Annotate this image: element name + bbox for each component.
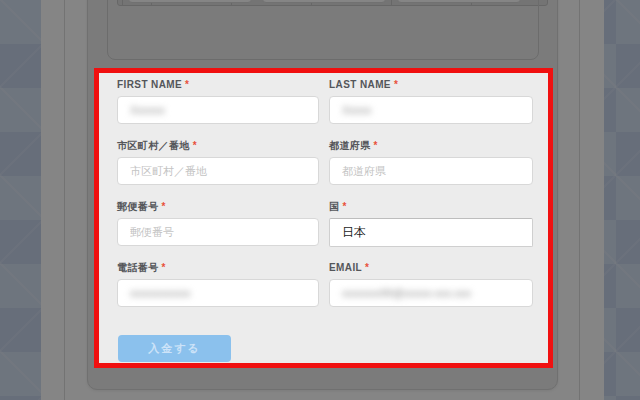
phone-label: 電話番号* <box>117 262 319 274</box>
city-street-input[interactable] <box>117 157 319 185</box>
screenshot-stage: FIRST NAME* Xxxxxx LAST NAME* Xxxxx 市区町村… <box>0 0 640 400</box>
city-street-label: 市区町村／番地* <box>117 140 319 152</box>
email-label: EMAIL* <box>329 262 533 274</box>
email-field[interactable]: xxxxxxx99@xxxxx-xxx.xxx <box>329 279 533 307</box>
last-name-label-text: LAST NAME <box>329 79 391 90</box>
required-asterisk: * <box>374 140 378 151</box>
email-redacted-value: xxxxxxx99@xxxxx-xxx.xxx <box>342 287 471 299</box>
prefecture-input[interactable] <box>329 157 533 185</box>
year-input[interactable] <box>262 0 386 3</box>
country-label-text: 国 <box>329 201 339 212</box>
city-street-label-text: 市区町村／番地 <box>117 140 190 151</box>
last-name-label: LAST NAME* <box>329 79 533 91</box>
last-name-redacted-value: Xxxxx <box>342 104 371 116</box>
phone-redacted-value: xxxxxxxxxxx <box>130 287 191 299</box>
required-asterisk: * <box>342 201 346 212</box>
required-asterisk: * <box>394 79 398 90</box>
month-input[interactable] <box>128 0 252 3</box>
email-label-text: EMAIL <box>329 262 362 273</box>
country-select[interactable]: 日本 <box>329 218 533 247</box>
cvv-input[interactable] <box>397 0 521 3</box>
country-selected-value: 日本 <box>342 224 366 241</box>
prefecture-label-text: 都道府県 <box>329 140 371 151</box>
postal-code-label-text: 郵便番号 <box>117 201 159 212</box>
required-asterisk: * <box>365 262 369 273</box>
first-name-field[interactable]: Xxxxxx <box>117 96 319 124</box>
phone-field[interactable]: xxxxxxxxxxx <box>117 279 319 307</box>
first-name-redacted-value: Xxxxxx <box>130 104 165 116</box>
first-name-label: FIRST NAME* <box>117 79 319 91</box>
required-asterisk: * <box>185 79 189 90</box>
required-asterisk: * <box>162 201 166 212</box>
country-label: 国* <box>329 201 533 213</box>
last-name-field[interactable]: Xxxxx <box>329 96 533 124</box>
first-name-label-text: FIRST NAME <box>117 79 182 90</box>
prefecture-label: 都道府県* <box>329 140 533 152</box>
phone-label-text: 電話番号 <box>117 262 159 273</box>
postal-code-label: 郵便番号* <box>117 201 319 213</box>
required-asterisk: * <box>162 262 166 273</box>
card-expiry-fieldset <box>107 0 539 60</box>
required-asterisk: * <box>193 140 197 151</box>
postal-code-input[interactable] <box>117 218 319 246</box>
deposit-submit-button[interactable]: 入金する <box>118 335 231 362</box>
